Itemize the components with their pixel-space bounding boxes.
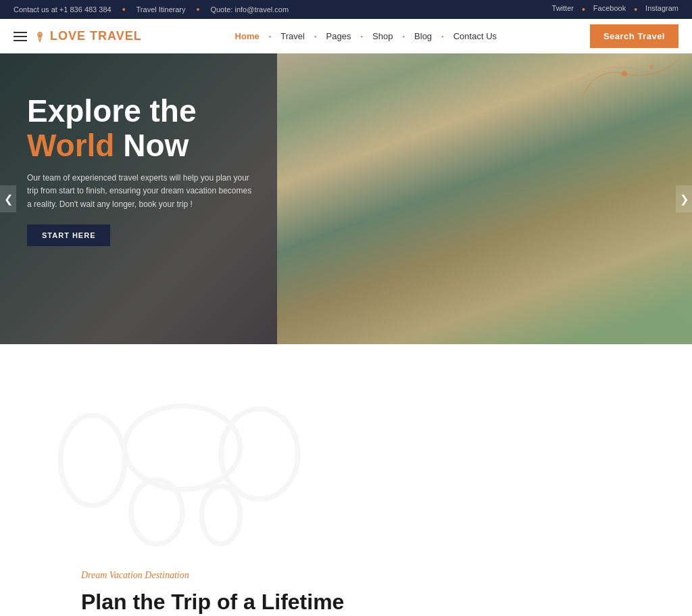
hero-title-line2: World Now — [27, 128, 311, 163]
section-tag: Dream Vacation Destination — [81, 570, 611, 581]
top-bar: Contact us at +1 836 483 384 • Travel It… — [0, 0, 692, 19]
nav-travel[interactable]: Travel — [275, 28, 310, 44]
svg-point-6 — [221, 409, 298, 499]
header: Love Travel Home ● Travel ● Pages ● Shop… — [0, 19, 692, 53]
svg-point-4 — [61, 416, 125, 506]
world-map-bg — [54, 392, 311, 581]
top-bar-right: Twitter • Facebook • Instagram — [552, 4, 678, 15]
dot-separator: • — [122, 4, 126, 15]
nav-blog[interactable]: Blog — [409, 28, 437, 44]
top-bar-left: Contact us at +1 836 483 384 • Travel It… — [14, 4, 289, 15]
hero-section: Explore the World Now Our team of experi… — [0, 53, 692, 344]
carousel-prev-button[interactable]: ❮ — [0, 185, 16, 212]
map-decoration — [570, 53, 692, 108]
quote-link[interactable]: Quote: info@travel.com — [210, 5, 289, 14]
svg-point-8 — [202, 486, 241, 544]
itinerary-link[interactable]: Travel Itinerary — [137, 5, 186, 14]
hero-title-line1: Explore the — [27, 94, 311, 128]
hero-content: Explore the World Now Our team of experi… — [0, 53, 338, 287]
facebook-link[interactable]: Facebook — [593, 4, 626, 15]
plan-section: Dream Vacation Destination Plan the Trip… — [0, 344, 692, 616]
hero-title-white: Now — [123, 128, 189, 163]
contact-info: Contact us at +1 836 483 384 — [14, 5, 112, 14]
instagram-link[interactable]: Instagram — [645, 4, 678, 15]
svg-point-3 — [649, 65, 653, 69]
dot-sep-3: • — [582, 4, 585, 15]
hero-subtitle: Our team of experienced travel experts w… — [27, 172, 257, 211]
nav-shop[interactable]: Shop — [367, 28, 398, 44]
svg-point-2 — [622, 71, 627, 76]
carousel-next-button[interactable]: ❯ — [676, 185, 692, 212]
hamburger-menu[interactable] — [14, 32, 27, 41]
search-travel-button[interactable]: Search Travel — [590, 24, 678, 48]
dot-separator-2: • — [197, 4, 200, 15]
hero-title-orange: World — [27, 128, 114, 163]
dot-sep-4: • — [634, 4, 637, 15]
logo-text: Love Travel — [50, 29, 142, 43]
nav-contact[interactable]: Contact Us — [448, 28, 502, 44]
navigation: Home ● Travel ● Pages ● Shop ● Blog ● Co… — [230, 28, 502, 44]
twitter-link[interactable]: Twitter — [552, 4, 574, 15]
svg-point-1 — [39, 33, 41, 35]
hero-cta-button[interactable]: START HERE — [27, 224, 110, 246]
header-left: Love Travel — [14, 29, 142, 43]
svg-point-7 — [131, 480, 182, 544]
section-title: Plan the Trip of a Lifetime with Ease — [81, 589, 351, 616]
nav-home[interactable]: Home — [230, 28, 265, 44]
logo: Love Travel — [34, 29, 142, 43]
logo-pin-icon — [34, 30, 46, 43]
nav-pages[interactable]: Pages — [321, 28, 357, 44]
